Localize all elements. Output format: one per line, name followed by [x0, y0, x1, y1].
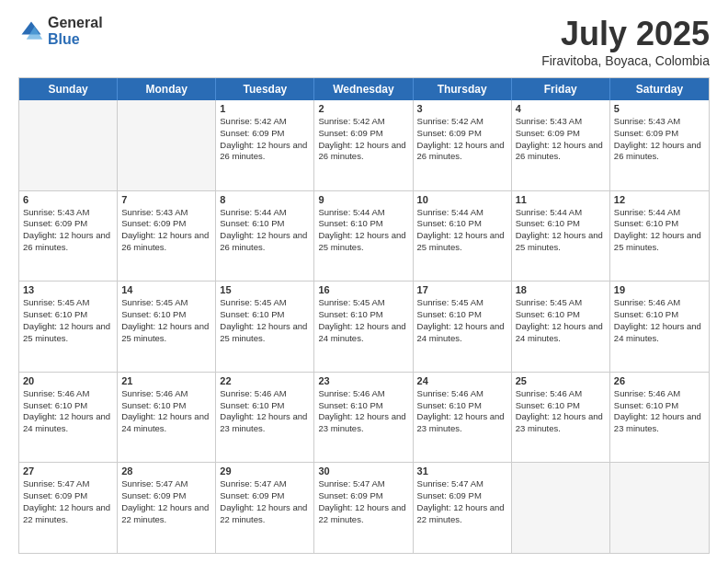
- calendar-cell: 17Sunrise: 5:45 AMSunset: 6:10 PMDayligh…: [414, 282, 512, 372]
- weekday-header: Thursday: [414, 78, 512, 100]
- sunset-text: Sunset: 6:10 PM: [121, 309, 211, 321]
- calendar-cell: 28Sunrise: 5:47 AMSunset: 6:09 PMDayligh…: [118, 463, 216, 553]
- sunrise-text: Sunrise: 5:46 AM: [614, 297, 705, 309]
- daylight-text: Daylight: 12 hours and 22 minutes.: [318, 502, 408, 526]
- daylight-text: Daylight: 12 hours and 26 minutes.: [318, 140, 408, 164]
- sunset-text: Sunset: 6:10 PM: [220, 400, 310, 412]
- daylight-text: Daylight: 12 hours and 24 minutes.: [417, 321, 507, 345]
- day-number: 6: [23, 194, 113, 205]
- day-number: 16: [318, 284, 408, 295]
- day-number: 4: [516, 103, 606, 114]
- sunrise-text: Sunrise: 5:46 AM: [318, 388, 408, 400]
- sunset-text: Sunset: 6:09 PM: [23, 218, 113, 230]
- calendar-cell: 29Sunrise: 5:47 AMSunset: 6:09 PMDayligh…: [216, 463, 314, 553]
- day-number: 12: [614, 194, 705, 205]
- day-number: 7: [121, 194, 211, 205]
- sunset-text: Sunset: 6:10 PM: [318, 309, 408, 321]
- day-number: 29: [220, 465, 310, 477]
- daylight-text: Daylight: 12 hours and 25 minutes.: [614, 230, 705, 254]
- weekday-header: Tuesday: [216, 78, 314, 100]
- title-block: July 2025 Firavitoba, Boyaca, Colombia: [541, 15, 710, 68]
- day-number: 8: [220, 194, 310, 205]
- calendar-row: 20Sunrise: 5:46 AMSunset: 6:10 PMDayligh…: [19, 372, 709, 463]
- calendar-cell: 27Sunrise: 5:47 AMSunset: 6:09 PMDayligh…: [19, 463, 118, 553]
- sunset-text: Sunset: 6:10 PM: [417, 218, 507, 230]
- calendar-cell: 11Sunrise: 5:44 AMSunset: 6:10 PMDayligh…: [512, 191, 610, 282]
- sunrise-text: Sunrise: 5:47 AM: [220, 478, 310, 490]
- daylight-text: Daylight: 12 hours and 22 minutes.: [417, 502, 507, 526]
- header: General Blue July 2025 Firavitoba, Boyac…: [18, 15, 710, 68]
- day-number: 5: [614, 103, 705, 114]
- daylight-text: Daylight: 12 hours and 22 minutes.: [220, 502, 310, 526]
- sunset-text: Sunset: 6:09 PM: [417, 128, 507, 140]
- month-year: July 2025: [541, 15, 710, 53]
- sunrise-text: Sunrise: 5:46 AM: [516, 388, 606, 400]
- day-number: 23: [318, 375, 408, 386]
- sunset-text: Sunset: 6:10 PM: [220, 218, 310, 230]
- day-number: 21: [121, 375, 211, 386]
- sunset-text: Sunset: 6:10 PM: [417, 309, 507, 321]
- calendar-cell: 7Sunrise: 5:43 AMSunset: 6:09 PMDaylight…: [118, 191, 216, 282]
- day-number: 22: [220, 375, 310, 386]
- daylight-text: Daylight: 12 hours and 26 minutes.: [614, 140, 705, 164]
- day-number: 28: [121, 465, 211, 477]
- calendar-cell: 16Sunrise: 5:45 AMSunset: 6:10 PMDayligh…: [314, 282, 413, 372]
- sunset-text: Sunset: 6:10 PM: [318, 400, 408, 412]
- sunset-text: Sunset: 6:09 PM: [614, 128, 705, 140]
- daylight-text: Daylight: 12 hours and 23 minutes.: [417, 411, 507, 435]
- calendar-cell: 18Sunrise: 5:45 AMSunset: 6:10 PMDayligh…: [512, 282, 610, 372]
- calendar-cell: [610, 463, 709, 553]
- sunset-text: Sunset: 6:10 PM: [614, 309, 705, 321]
- calendar-cell: 26Sunrise: 5:46 AMSunset: 6:10 PMDayligh…: [610, 373, 709, 463]
- calendar-body: 1Sunrise: 5:42 AMSunset: 6:09 PMDaylight…: [19, 100, 709, 553]
- daylight-text: Daylight: 12 hours and 26 minutes.: [121, 230, 211, 254]
- sunset-text: Sunset: 6:09 PM: [318, 490, 408, 502]
- daylight-text: Daylight: 12 hours and 25 minutes.: [121, 321, 211, 345]
- calendar-cell: 24Sunrise: 5:46 AMSunset: 6:10 PMDayligh…: [414, 373, 512, 463]
- calendar-cell: 5Sunrise: 5:43 AMSunset: 6:09 PMDaylight…: [610, 100, 709, 190]
- weekday-header: Monday: [118, 78, 216, 100]
- day-number: 9: [318, 194, 408, 205]
- sunset-text: Sunset: 6:09 PM: [318, 128, 408, 140]
- sunrise-text: Sunrise: 5:47 AM: [23, 478, 113, 490]
- calendar-cell: 19Sunrise: 5:46 AMSunset: 6:10 PMDayligh…: [610, 282, 709, 372]
- sunrise-text: Sunrise: 5:47 AM: [417, 478, 507, 490]
- calendar-row: 13Sunrise: 5:45 AMSunset: 6:10 PMDayligh…: [19, 281, 709, 372]
- calendar-cell: 3Sunrise: 5:42 AMSunset: 6:09 PMDaylight…: [414, 100, 512, 190]
- calendar-header: SundayMondayTuesdayWednesdayThursdayFrid…: [19, 78, 709, 100]
- calendar-cell: 4Sunrise: 5:43 AMSunset: 6:09 PMDaylight…: [512, 100, 610, 190]
- sunset-text: Sunset: 6:10 PM: [23, 400, 113, 412]
- day-number: 17: [417, 284, 507, 295]
- sunset-text: Sunset: 6:10 PM: [516, 218, 606, 230]
- sunrise-text: Sunrise: 5:45 AM: [121, 297, 211, 309]
- day-number: 25: [516, 375, 606, 386]
- daylight-text: Daylight: 12 hours and 24 minutes.: [318, 321, 408, 345]
- day-number: 11: [516, 194, 606, 205]
- weekday-header: Saturday: [610, 78, 709, 100]
- daylight-text: Daylight: 12 hours and 25 minutes.: [220, 321, 310, 345]
- calendar-cell: 15Sunrise: 5:45 AMSunset: 6:10 PMDayligh…: [216, 282, 314, 372]
- daylight-text: Daylight: 12 hours and 26 minutes.: [23, 230, 113, 254]
- sunrise-text: Sunrise: 5:42 AM: [318, 116, 408, 128]
- calendar-cell: [118, 100, 216, 190]
- sunrise-text: Sunrise: 5:47 AM: [121, 478, 211, 490]
- daylight-text: Daylight: 12 hours and 26 minutes.: [220, 230, 310, 254]
- calendar-cell: 20Sunrise: 5:46 AMSunset: 6:10 PMDayligh…: [19, 373, 118, 463]
- sunset-text: Sunset: 6:10 PM: [516, 309, 606, 321]
- page: General Blue July 2025 Firavitoba, Boyac…: [0, 0, 728, 563]
- sunset-text: Sunset: 6:10 PM: [23, 309, 113, 321]
- calendar-cell: 9Sunrise: 5:44 AMSunset: 6:10 PMDaylight…: [314, 191, 413, 282]
- calendar-cell: 30Sunrise: 5:47 AMSunset: 6:09 PMDayligh…: [314, 463, 413, 553]
- logo-blue-text: Blue: [48, 31, 103, 48]
- sunrise-text: Sunrise: 5:46 AM: [23, 388, 113, 400]
- day-number: 27: [23, 465, 113, 477]
- calendar-cell: 23Sunrise: 5:46 AMSunset: 6:10 PMDayligh…: [314, 373, 413, 463]
- day-number: 13: [23, 284, 113, 295]
- sunset-text: Sunset: 6:10 PM: [220, 309, 310, 321]
- sunrise-text: Sunrise: 5:44 AM: [220, 207, 310, 219]
- sunrise-text: Sunrise: 5:42 AM: [417, 116, 507, 128]
- location: Firavitoba, Boyaca, Colombia: [541, 53, 710, 68]
- daylight-text: Daylight: 12 hours and 23 minutes.: [614, 411, 705, 435]
- day-number: 18: [516, 284, 606, 295]
- calendar-cell: 13Sunrise: 5:45 AMSunset: 6:10 PMDayligh…: [19, 282, 118, 372]
